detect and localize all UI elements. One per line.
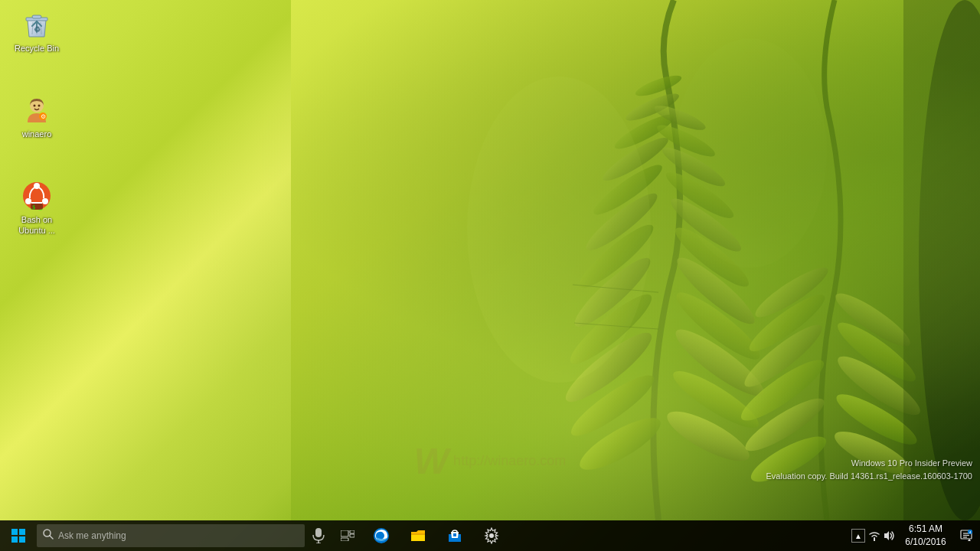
- svg-rect-72: [411, 533, 425, 535]
- svg-point-54: [25, 198, 31, 204]
- svg-point-75: [489, 533, 494, 538]
- svg-rect-67: [341, 530, 348, 536]
- svg-text:⚙: ⚙: [41, 113, 46, 120]
- desktop: ♻ Recycle Bin ⚙ winaero: [0, 0, 980, 551]
- winaero-icon[interactable]: ⚙ winaero: [6, 92, 67, 142]
- recycle-bin-label: Recycle Bin: [15, 43, 59, 54]
- search-placeholder-text: Ask me anything: [58, 530, 126, 541]
- svg-rect-60: [11, 536, 18, 543]
- svg-line-63: [50, 536, 53, 539]
- cortana-mic-button[interactable]: [305, 522, 332, 549]
- svg-rect-58: [11, 529, 18, 535]
- svg-point-48: [34, 105, 36, 107]
- clock-area[interactable]: 6:51 AM 6/10/2016: [899, 520, 952, 551]
- svg-rect-42: [32, 15, 41, 18]
- taskbar-store-app[interactable]: [436, 520, 473, 551]
- svg-rect-61: [19, 536, 25, 543]
- task-view-button[interactable]: [332, 520, 363, 551]
- clock-date: 6/10/2016: [905, 536, 946, 549]
- svg-rect-70: [341, 538, 348, 541]
- winaero-label: winaero: [22, 129, 52, 139]
- bash-ubuntu-label: Bash on Ubuntu ...: [9, 214, 64, 236]
- tray-icons-area: [865, 530, 899, 542]
- recycle-bin-icon[interactable]: ♻ Recycle Bin: [6, 6, 67, 57]
- svg-text:$ _: $ _: [32, 204, 42, 210]
- svg-text:♻: ♻: [34, 25, 41, 34]
- start-button[interactable]: [0, 520, 37, 551]
- taskbar-edge-app[interactable]: [363, 520, 400, 551]
- taskbar-settings-app[interactable]: [473, 520, 510, 551]
- svg-rect-74: [453, 533, 456, 536]
- eval-copy-text: Windows 10 Pro Insider Preview Evaluatio…: [766, 457, 973, 484]
- action-center-button[interactable]: 4: [952, 520, 980, 551]
- taskbar-file-explorer-app[interactable]: [400, 520, 436, 551]
- watermark: W http://winaero.com: [414, 440, 566, 482]
- search-icon: [43, 529, 54, 543]
- svg-rect-69: [350, 534, 354, 537]
- svg-rect-68: [350, 530, 354, 533]
- search-bar[interactable]: Ask me anything: [37, 524, 305, 547]
- volume-tray-icon[interactable]: [884, 530, 896, 542]
- bash-ubuntu-icon[interactable]: $ _ Bash on Ubuntu ...: [6, 178, 67, 240]
- system-tray: ▲: [851, 520, 980, 551]
- svg-rect-59: [19, 529, 25, 535]
- svg-point-55: [42, 198, 48, 204]
- show-hidden-tray-button[interactable]: ▲: [851, 529, 865, 543]
- svg-rect-64: [315, 528, 322, 537]
- network-tray-icon[interactable]: [868, 530, 880, 542]
- svg-point-49: [38, 105, 41, 107]
- taskbar: Ask me anything: [0, 520, 980, 551]
- clock-time: 6:51 AM: [909, 523, 942, 536]
- watermark-url: http://winaero.com: [453, 453, 566, 469]
